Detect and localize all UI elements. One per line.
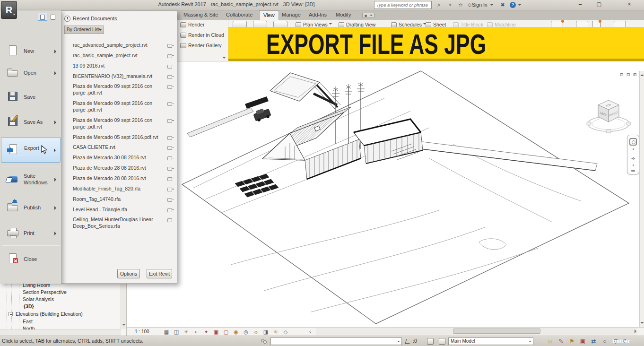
recent-file-item[interactable]: Plaza de Mercado 28 08 2016.rvt: [71, 163, 176, 173]
editing-requests-icon[interactable]: [405, 339, 411, 344]
drawing-area[interactable]: ⊟⊡⊞ TOP LEFT FRONT ✛: [127, 61, 644, 336]
tab-view[interactable]: View: [259, 10, 279, 20]
scale-button[interactable]: 1 : 100: [135, 329, 149, 334]
pin-icon[interactable]: [167, 135, 174, 140]
editing-requests-icon[interactable]: ✎: [557, 337, 565, 346]
pin-icon[interactable]: [167, 176, 174, 181]
recent-file-item[interactable]: CASA CLIENTE.rvt: [71, 142, 176, 153]
horizontal-scroll-thumb[interactable]: [453, 329, 540, 334]
pin-icon[interactable]: [167, 64, 174, 69]
sort-order-dropdown[interactable]: By Ordered List: [64, 26, 104, 34]
workset-dropdown[interactable]: [270, 337, 402, 345]
render-gallery-button[interactable]: Render Gallery: [180, 43, 222, 50]
menu-item-export[interactable]: Export: [1, 137, 61, 163]
menu-item-print[interactable]: Print: [1, 223, 61, 244]
pin-icon[interactable]: [167, 74, 174, 79]
restore-button[interactable]: ▢: [592, 0, 606, 9]
menu-item-publish[interactable]: Publish: [1, 197, 61, 219]
reveal-hidden-elements-icon[interactable]: ☼: [252, 328, 260, 336]
search-input[interactable]: [374, 1, 432, 9]
show-crop-region-icon[interactable]: ▢: [222, 328, 230, 336]
detail-level-icon[interactable]: ▦: [163, 328, 170, 336]
pin-icon[interactable]: [167, 208, 174, 212]
design-options-icon[interactable]: [439, 338, 445, 345]
temporary-view-properties-icon[interactable]: ◨: [262, 328, 270, 336]
pin-icon[interactable]: [167, 118, 174, 123]
browser-scrollbar[interactable]: [121, 278, 126, 329]
recent-file-item[interactable]: Ceiling_Metal-HunterDouglas-Linear-Deep_…: [71, 215, 176, 232]
menu-item-save[interactable]: Save: [1, 86, 61, 108]
collapse-arrow-icon[interactable]: ‹: [309, 329, 311, 334]
view-window-restore-icon[interactable]: ⊡: [625, 72, 631, 78]
tab-manage[interactable]: Manage: [278, 10, 305, 20]
pin-icon[interactable]: [167, 101, 174, 106]
pin-icon[interactable]: [167, 156, 174, 160]
temporary-hide-isolate-icon[interactable]: ◎: [242, 328, 250, 336]
worksets-icon[interactable]: [261, 338, 267, 345]
close-button[interactable]: ×: [622, 0, 636, 9]
menu-item-save-as[interactable]: Save As: [1, 112, 61, 133]
model-3d-view[interactable]: [127, 61, 644, 336]
shadows-icon[interactable]: ◐: [192, 328, 200, 336]
browser-item-solar-analysis[interactable]: Solar Analysis: [23, 296, 54, 302]
tab-massing-site[interactable]: Massing & Site: [180, 10, 222, 20]
menu-item-suite-workflows[interactable]: Suite Workflows: [1, 169, 61, 190]
minimize-button[interactable]: –: [573, 0, 587, 9]
highlight-displacement-icon[interactable]: ◇: [282, 328, 289, 336]
ribbon-display-toggle[interactable]: [362, 13, 374, 18]
autodesk-a360-icon[interactable]: ✖: [498, 1, 507, 9]
render-dialog-icon[interactable]: ✦: [202, 328, 210, 336]
scroll-right-icon[interactable]: [635, 329, 638, 333]
browser-item-section-perspective[interactable]: Section Perspective: [23, 289, 67, 295]
recent-file-item[interactable]: Plaza de Mercado 30 08 2016.rvt: [71, 153, 176, 163]
recent-file-item[interactable]: Plaza de Mercado 09 sept 2016 con purge …: [71, 115, 176, 132]
scroll-up-icon[interactable]: [640, 72, 644, 76]
editable-only-icon[interactable]: [427, 338, 434, 345]
recent-file-item[interactable]: rac_advanced_sample_project.rvt: [71, 40, 176, 51]
view-window-minimize-icon[interactable]: ⊟: [618, 72, 625, 78]
recent-file-item[interactable]: Plaza de Mercado 05 sept 2016.pdf.rvt: [71, 132, 176, 143]
navigation-bar[interactable]: ✛: [627, 135, 639, 174]
view-window-tile-icon[interactable]: ⊞: [632, 72, 638, 78]
recent-file-item[interactable]: Plaza de Mercado 28 08 2016.rvt: [71, 173, 176, 184]
select-links-toggle-icon[interactable]: ⇄: [590, 337, 598, 346]
show-analytical-model-icon[interactable]: ≋: [272, 328, 279, 336]
tab-add-ins[interactable]: Add-Ins: [305, 10, 331, 20]
drag-elements-icon[interactable]: ○: [600, 337, 609, 346]
recent-file-item[interactable]: Plaza de Mercado 09 sept 2016 con purge …: [71, 98, 176, 115]
recent-file-item[interactable]: Plaza de Mercado 09 sept 2016 con purge …: [71, 81, 176, 98]
sign-in-caret-icon[interactable]: [490, 4, 493, 7]
unlock-3d-view-icon[interactable]: ◉: [232, 328, 240, 336]
sun-path-icon[interactable]: ☀: [183, 328, 190, 336]
favorites-star-icon[interactable]: ☆: [456, 1, 465, 9]
design-options-pick-icon[interactable]: ▣: [579, 337, 587, 346]
exchange-apps-icon[interactable]: ⌖: [446, 1, 454, 9]
pin-icon[interactable]: [167, 166, 174, 171]
scroll-down-icon[interactable]: [122, 324, 126, 328]
pin-icon[interactable]: [167, 145, 174, 150]
performance-adviser-icon[interactable]: ☺: [546, 337, 554, 346]
sign-in-button[interactable]: Sign In: [472, 2, 487, 8]
search-binoculars-icon[interactable]: ⌕: [435, 1, 443, 9]
recent-file-item[interactable]: Level Head - Triangle.rfa: [71, 205, 176, 215]
browser-item-east[interactable]: East: [23, 319, 33, 324]
recent-file-item[interactable]: Modifiable_Finish_Tag_820.rfa: [71, 184, 176, 194]
recent-file-item[interactable]: Room_Tag_14740.rfa: [71, 194, 176, 205]
steering-wheel-icon[interactable]: [629, 138, 637, 146]
help-caret-icon[interactable]: [518, 4, 521, 7]
worksharing-display-icon[interactable]: ⚑: [568, 337, 576, 346]
panel-expander-icon[interactable]: [222, 57, 226, 61]
browser-item-elevations[interactable]: Elevations (Building Elevation): [16, 311, 83, 317]
pin-icon[interactable]: [167, 217, 174, 222]
pin-icon[interactable]: [167, 53, 174, 58]
tree-collapse-icon[interactable]: [9, 312, 13, 316]
scroll-down-icon[interactable]: [640, 322, 644, 326]
recent-documents-toggle[interactable]: [38, 13, 47, 21]
exit-revit-button[interactable]: Exit Revit: [147, 269, 172, 278]
menu-item-close[interactable]: Close: [1, 249, 61, 270]
render-in-cloud-button[interactable]: Render in Cloud: [180, 32, 224, 40]
browser-item-3d[interactable]: {3D}: [24, 303, 34, 309]
recent-file-item[interactable]: BICENTENARIO (V32)_manuela.rvt: [71, 71, 176, 82]
pin-icon[interactable]: [167, 187, 174, 191]
render-button[interactable]: Render: [180, 22, 204, 29]
